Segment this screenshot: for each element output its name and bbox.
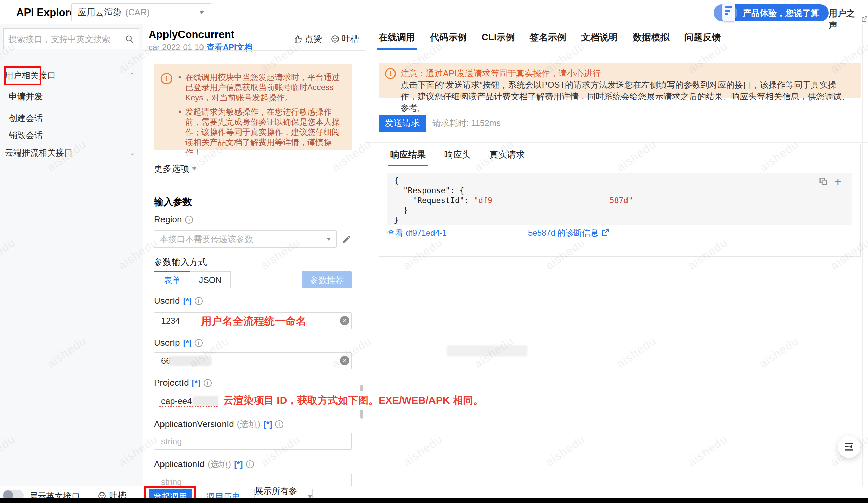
chevron-down-icon [326,238,331,241]
response-card: 响应结果 响应头 真实请求 { "Response": { "RequestId… [379,144,860,256]
tab-code-sample[interactable]: 代码示例 [430,24,467,50]
plus-icon[interactable]: + [835,177,841,186]
sidebar-item-create-session[interactable]: 创建会话 [9,113,43,124]
chevron-up-icon: ⌃ [129,71,135,79]
scrollbar-track [862,24,862,486]
warning-body: 点击下面的“发送请求”按钮，系统会以POST的请求方法发送您在左侧填写的参数到对… [401,79,852,114]
notice-item: 发起请求为敏感操作，在您进行敏感操作前，需要先完成身份验证以确保是您本人操作；该… [178,107,344,158]
collapse-panel-button[interactable] [838,436,860,458]
appversionid-input[interactable] [154,433,352,450]
param-recommend-label: 参数推荐 [310,274,344,286]
send-request-button[interactable]: 发送请求 [379,115,426,132]
user-voice-link[interactable]: 用户之声 [829,8,868,31]
search-icon[interactable] [124,34,134,44]
product-experience-button[interactable]: 产品体验，您说了算 [721,4,829,21]
required-marker: [*] [234,460,242,469]
clear-icon[interactable]: × [340,316,349,325]
code-value: 587d" [610,196,633,205]
api-search-box [3,29,139,50]
param-mode-label: 参数输入方式 [154,256,207,268]
divider [365,142,868,143]
api-send-warning: ! 注意：通过API发送请求等同于真实操作，请小心进行 点击下面的“发送请求”按… [379,63,860,98]
sidebar-item-label: 销毁会话 [9,130,43,140]
online-call-notice: ! 在线调用模块中当您发起请求时，平台通过已登录用户信息获取当前账号临时Acce… [154,64,352,150]
redaction-blur [485,315,602,325]
tab-real-request[interactable]: 真实请求 [489,149,525,166]
input-params-title: 输入参数 [154,196,192,208]
warning-title: 注意：通过API发送请求等同于真实操作，请小心进行 [401,67,852,79]
more-options-toggle[interactable]: 更多选项 [154,163,197,175]
collapse-icon [843,441,855,452]
warning-icon: ! [161,73,172,84]
chevron-down-icon [308,495,312,498]
required-marker: [*] [183,296,192,306]
sidebar-item-apply-concurrent[interactable]: 申请并发 [9,71,43,82]
product-select-suffix: (CAR) [125,7,149,18]
info-icon[interactable]: i [195,339,203,347]
info-icon[interactable]: i [246,460,254,469]
redaction-blur [169,356,211,366]
param-recommend-button[interactable]: 参数推荐 [302,272,352,289]
param-mode-label-text: 参数输入方式 [154,256,207,268]
info-icon[interactable]: i [275,420,283,428]
projectid-label-row: ProjectId [*] i [154,378,211,388]
tab-response-headers[interactable]: 响应头 [444,149,471,166]
region-placeholder: 本接口不需要传递该参数 [160,233,253,245]
product-select-value: 应用云渲染 [78,7,122,18]
info-icon[interactable]: i [185,216,193,224]
info-icon[interactable]: i [195,297,203,305]
userip-label-row: UserIp [*] i [154,338,203,348]
tab-online-call[interactable]: 在线调用 [379,24,415,50]
appid-input[interactable] [154,473,352,486]
sidebar-item-label: 申请并发 [9,92,43,101]
external-link-icon [860,15,868,24]
sidebar-group-cloud-stream[interactable]: 云端推流相关接口 ⌄ [5,139,138,153]
thumbs-up-icon [294,34,302,43]
chevron-down-icon [192,167,197,170]
diagnose-link[interactable]: 查看 df971ed4-15e587d 的诊断信息 [387,228,609,238]
userid-annotation: 用户名全流程统一命名 [201,314,306,328]
external-link-icon [601,229,609,237]
code-line: } [394,215,852,225]
diagnose-link-suffix: 5e587d 的诊断信息 [528,228,598,238]
search-input[interactable] [4,34,124,44]
product-select[interactable]: 应用云渲染 (CAR) [71,3,211,21]
sad-face-icon [331,34,340,43]
code-line: "RequestId": "df9587d" [394,196,852,206]
field-label: UserIp [154,338,180,348]
field-label: UserId [154,295,180,306]
tab-json[interactable]: JSON [190,272,231,289]
copy-icon[interactable] [818,177,828,186]
warning-icon: ! [385,68,396,79]
response-tabs: 响应结果 响应头 真实请求 [390,149,525,166]
tab-data-mock[interactable]: 数据模拟 [633,24,670,50]
like-button[interactable]: 点赞 [294,33,322,44]
tab-response-result[interactable]: 响应结果 [390,149,426,166]
request-duration: 请求耗时: 1152ms [433,115,501,132]
feedback-actions: 点赞 吐槽 [294,33,359,44]
edit-pencil-icon[interactable] [342,234,352,245]
tab-cli-sample[interactable]: CLI示例 [482,24,515,50]
projectid-annotation: 云渲染项目 ID，获取方式如下图。EXE/WEB/APK 相同。 [218,391,488,410]
required-marker: [*] [264,420,272,429]
clear-icon[interactable]: × [340,356,349,365]
region-select[interactable]: 本接口不需要传递该参数 [154,230,337,248]
tab-doc[interactable]: 文档说明 [581,24,618,50]
diagnose-link-prefix: 查看 df971ed4-1 [387,228,447,238]
chevron-down-icon [199,11,205,14]
tab-feedback[interactable]: 问题反馈 [684,24,721,50]
code-value: "df9 [474,196,492,205]
info-icon[interactable]: i [204,379,211,387]
field-label: ProjectId [154,378,189,388]
dislike-button[interactable]: 吐槽 [331,33,359,44]
more-options-label: 更多选项 [154,163,189,175]
tab-form[interactable]: 表单 [154,272,190,289]
like-label: 点赞 [305,33,322,44]
userid-label-row: UserId [*] i [154,295,203,306]
code-line: "Response": { [394,186,852,196]
required-marker: [*] [183,338,192,348]
tab-signature-sample[interactable]: 签名示例 [530,24,567,50]
optional-marker: (选填) [208,458,231,470]
region-label: Region [154,214,182,225]
code-toolbar: + [818,177,841,186]
